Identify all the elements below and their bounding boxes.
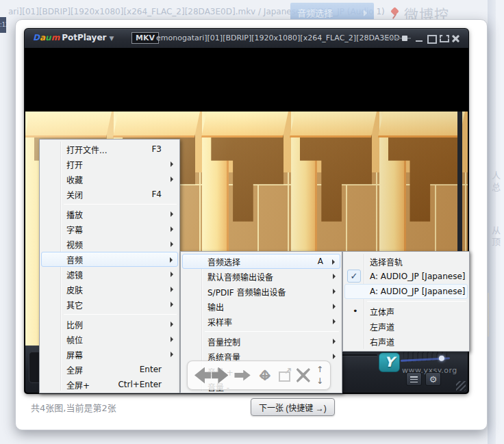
menu-item-label: 输出	[207, 301, 224, 313]
menu-item-open-file[interactable]: 打开文件...F3	[41, 142, 178, 157]
menu-item-label: 字幕	[66, 224, 83, 235]
menu-item-favorites[interactable]: 收藏	[41, 172, 178, 187]
viewer-move-button[interactable]	[257, 367, 273, 384]
menu-separator	[64, 204, 177, 205]
chevron-right-icon	[171, 337, 173, 342]
menu-item-open[interactable]: 打开	[41, 157, 178, 172]
menu-item-label: 关闭	[66, 189, 83, 200]
watermark-logo: Y	[379, 352, 400, 372]
chevron-right-icon	[333, 339, 336, 344]
menu-item-video[interactable]: 视频	[41, 237, 178, 252]
menu-item-left-channel[interactable]: 左声道	[344, 319, 468, 334]
format-badge: MKV	[131, 32, 159, 44]
menu-item-others[interactable]: 其它	[41, 297, 178, 312]
menu-item-screen[interactable]: 屏幕	[41, 347, 178, 362]
menu-item-spdif-device[interactable]: S/PDIF 音频输出设备	[182, 284, 340, 299]
check-icon: ✓	[347, 270, 361, 283]
slider-knob[interactable]	[402, 36, 407, 41]
menu-item-label: 视频	[66, 239, 83, 250]
menu-item-skins[interactable]: 皮肤	[41, 282, 178, 297]
video-letterbox	[25, 48, 468, 112]
resize-grip[interactable]	[456, 381, 466, 391]
menu-item-label: A: AUDIO_JP [Japanese]	[370, 287, 466, 296]
menu-item-frame[interactable]: 帧位	[41, 332, 178, 347]
menu-item-track-jp-hover[interactable]: A: AUDIO_JP [Japanese]	[344, 284, 468, 299]
background-text-fragment: 人总	[489, 171, 502, 194]
menu-shortcut: F4	[139, 190, 162, 199]
media-title: emonogatari][01][BDRIP][1920x1080][x264_…	[156, 34, 400, 42]
daum-logo-letter: m	[51, 33, 60, 42]
menu-item-label: 比例	[66, 319, 83, 330]
viewer-close-button[interactable]	[297, 368, 310, 382]
viewer-next-button[interactable]	[212, 367, 228, 384]
close-button[interactable]	[451, 34, 460, 42]
app-name: PotPlayer	[62, 33, 106, 42]
background-scroll-strip	[488, 0, 496, 444]
viewer-prev-button[interactable]	[194, 367, 211, 384]
viewer-scroll-down-button[interactable]: ↓	[316, 378, 323, 384]
menu-item-label: 音量控制	[207, 336, 240, 348]
menu-item-track-jp-checked[interactable]: ✓A: AUDIO_JP [Japanese]	[344, 269, 468, 284]
daum-logo-letter: a	[40, 33, 45, 42]
menu-item-fullscreen-plus[interactable]: 全屏+Ctrl+Enter	[41, 377, 178, 392]
menu-item-audio[interactable]: 音频	[41, 252, 178, 267]
chevron-right-icon	[171, 322, 173, 327]
chevron-right-icon	[333, 319, 336, 324]
menu-item-close[interactable]: 关闭F4	[41, 187, 178, 202]
menu-item-subtitles[interactable]: 字幕	[41, 222, 178, 237]
chevron-right-icon	[333, 289, 336, 294]
chevron-right-icon	[171, 287, 173, 292]
viewer-open-original-button[interactable]	[279, 371, 290, 382]
menu-item-aspect-ratio[interactable]: 比例	[41, 317, 178, 332]
chevron-down-icon: ▼	[109, 35, 114, 42]
menu-shortcut: A	[305, 257, 323, 266]
chevron-right-icon	[171, 161, 173, 167]
menu-item-select-track[interactable]: 选择音轨	[344, 254, 468, 269]
menu-item-label: 打开	[66, 159, 83, 170]
chevron-right-icon	[171, 272, 173, 277]
settings-button[interactable]: ⚙	[425, 372, 441, 386]
viewer-scroll-up-button[interactable]: ↑	[316, 366, 323, 373]
context-menu-track: 选择音轨 ✓A: AUDIO_JP [Japanese] A: AUDIO_JP…	[342, 251, 470, 352]
gear-icon: ⚙	[429, 375, 438, 384]
chevron-right-icon	[171, 241, 173, 247]
menu-item-label: 音频	[66, 254, 83, 265]
menu-item-right-channel[interactable]: 右声道	[344, 334, 468, 349]
viewer-caption: 共4张图,当前是第2张	[31, 401, 116, 414]
menu-item-label: 其它	[66, 299, 83, 311]
background-text-fragment: 从顶	[489, 226, 502, 249]
chevron-right-icon	[333, 304, 336, 309]
menu-item-label: 打开文件...	[66, 144, 107, 155]
menu-item-filters[interactable]: 滤镜	[41, 267, 178, 282]
menu-item-default-audio-device[interactable]: 默认音频输出设备	[182, 269, 340, 284]
viewer-toolbar: ↑ ↓	[187, 361, 331, 390]
menu-shortcut: Enter	[127, 365, 162, 374]
background-timestamp-fragment: :13:3	[0, 17, 6, 33]
background-page-edge	[496, 0, 504, 444]
menu-item-sample-rate[interactable]: 采样率	[182, 314, 340, 329]
fullscreen-button[interactable]	[439, 34, 448, 42]
chevron-right-icon	[171, 211, 173, 217]
titlebar-volume-slider[interactable]	[383, 38, 411, 39]
menu-item-output[interactable]: 输出	[182, 299, 340, 314]
menu-item-audio-select[interactable]: 音频选择A	[182, 254, 340, 269]
menu-item-label: 右声道	[370, 336, 394, 348]
next-image-button[interactable]: 下一张 (快捷键 →)	[251, 398, 335, 416]
menu-item-label: 收藏	[66, 174, 83, 185]
menu-item-label: 音频选择	[207, 256, 240, 267]
menu-item-fullscreen[interactable]: 全屏Enter	[41, 362, 178, 377]
menu-shortcut: Ctrl+Enter	[105, 380, 162, 389]
menu-item-label: 立体声	[370, 306, 394, 317]
menu-item-label: 屏幕	[66, 349, 83, 361]
menu-item-stereo[interactable]: •立体声	[344, 304, 468, 319]
menu-item-label: 左声道	[370, 321, 394, 332]
minimize-button[interactable]	[415, 34, 424, 42]
potplayer-logo[interactable]: DaumPotPlayer▼	[33, 33, 114, 42]
menu-item-playback[interactable]: 播放	[41, 207, 178, 222]
menu-item-label: 滤镜	[66, 269, 83, 280]
maximize-button[interactable]	[427, 34, 436, 42]
playlist-button[interactable]	[406, 372, 422, 386]
pin-icon	[390, 8, 400, 19]
viewer-forward-button[interactable]	[234, 370, 250, 381]
menu-item-volume-control[interactable]: 音量控制	[182, 334, 340, 349]
